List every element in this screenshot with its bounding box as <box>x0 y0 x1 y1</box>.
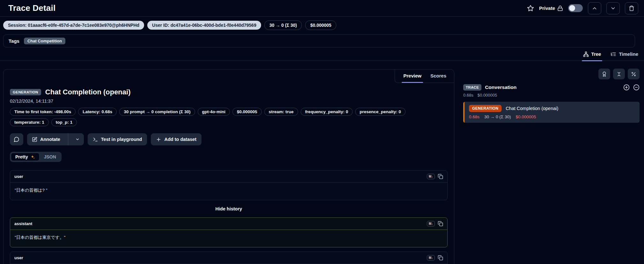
trace-cost: $0.000005 <box>478 93 497 98</box>
token-usage-badge: 30 → 0 (Σ 30) <box>264 20 302 30</box>
trash-icon <box>629 5 634 11</box>
node-metrics: 0.68s 30 → 0 (Σ 30) $0.000005 <box>469 114 636 119</box>
node-latency: 0.68s <box>469 114 479 119</box>
chevron-down-icon <box>75 137 80 142</box>
markdown-toggle-icon[interactable]: M↓ <box>427 174 435 179</box>
test-playground-label: Test in playground <box>101 137 142 142</box>
preview-body: GENERATION Chat Completion (openai) 02/1… <box>4 70 454 264</box>
markdown-toggle-icon[interactable]: M↓ <box>427 221 435 226</box>
annotate-label: Annotate <box>40 137 60 142</box>
generation-timestamp: 02/12/2024, 14:11:37 <box>10 99 448 104</box>
message-user-2: user M↓ "ありがとう" <box>10 252 448 264</box>
collapse-tree-button[interactable] <box>633 84 640 91</box>
metrics-display-button[interactable] <box>628 69 640 79</box>
lock-icon <box>557 5 563 11</box>
param-badge: Latency: 0.68s <box>78 108 117 116</box>
copy-icon[interactable] <box>438 255 443 260</box>
param-badge: frequency_penalty: 0 <box>301 108 353 116</box>
comment-icon <box>14 136 19 142</box>
node-type-badge: GENERATION <box>469 105 501 112</box>
message-assistant: assistant M↓ "日本の首都は東京です。" <box>10 217 448 247</box>
tab-timeline[interactable]: Timeline <box>611 50 638 61</box>
add-dataset-label: Add to dataset <box>164 137 196 142</box>
previous-trace-button[interactable] <box>588 2 601 14</box>
pretty-label: Pretty <box>15 154 28 159</box>
tags-section: Tags Chat Competition <box>3 34 635 48</box>
markdown-toggle-icon[interactable]: M↓ <box>427 255 435 260</box>
param-badge: 30 prompt → 0 completion (Σ 30) <box>119 108 195 116</box>
topbar: Trace Detail Private <box>0 0 644 17</box>
message-user-1: user M↓ "日本の首都は? " <box>10 170 448 200</box>
message-content: "日本の首都は? " <box>10 183 447 200</box>
format-toggle: Pretty JSON <box>10 152 62 162</box>
test-in-playground-button[interactable]: Test in playground <box>88 133 147 145</box>
tags-label: Tags <box>9 38 19 44</box>
annotate-dropdown[interactable] <box>71 133 84 145</box>
tab-scores[interactable]: Scores <box>430 73 446 78</box>
circle-plus-icon <box>623 84 630 91</box>
next-trace-button[interactable] <box>606 2 620 14</box>
toggle-knob <box>569 5 575 11</box>
trace-type-badge: TRACE <box>463 84 481 91</box>
generation-header: GENERATION Chat Completion (openai) <box>10 88 448 96</box>
circle-minus-icon <box>633 84 640 91</box>
session-badge[interactable]: Session: 01aaacf6-e0fe-457d-a7de-7c1ee08… <box>3 21 144 30</box>
node-cost: $0.000005 <box>516 114 536 119</box>
user-id-badge[interactable]: User ID: dc47a41e-06bc-400d-bde1-f0e440d… <box>147 21 261 30</box>
trace-latency: 0.68s <box>463 93 473 98</box>
content-area: Preview Scores GENERATION Chat Completio… <box>0 61 644 264</box>
comments-button[interactable] <box>10 133 23 145</box>
messages-list: user M↓ "日本の首都は? " Hide history assistan… <box>10 170 448 264</box>
delete-trace-button[interactable] <box>625 2 638 14</box>
tab-tree-label: Tree <box>591 51 601 57</box>
param-badge: top_p: 1 <box>51 118 77 126</box>
tab-timeline-label: Timeline <box>619 51 638 57</box>
bookmark-star-button[interactable] <box>527 5 534 12</box>
action-buttons: Annotate Test in playground Add to datas… <box>10 133 448 145</box>
tab-preview[interactable]: Preview <box>403 73 421 78</box>
star-icon <box>527 5 534 12</box>
param-badge: Time to first token: -498.00s <box>10 108 76 116</box>
annotate-main[interactable]: Annotate <box>27 133 65 145</box>
tab-tree[interactable]: Tree <box>583 50 601 61</box>
message-content: "日本の首都は東京です。" <box>10 230 447 247</box>
add-to-dataset-button[interactable]: Add to dataset <box>151 133 201 145</box>
public-toggle[interactable] <box>568 4 583 12</box>
privacy-status: Private <box>539 5 563 11</box>
observation-preview-card: Preview Scores GENERATION Chat Completio… <box>3 69 454 264</box>
plus-icon <box>156 137 161 142</box>
button-divider <box>68 133 68 145</box>
timeline-icon <box>611 51 616 57</box>
parameter-badges: Time to first token: -498.00s Latency: 0… <box>10 108 440 126</box>
tree-toolbar <box>463 69 640 79</box>
cost-badge: $0.000005 <box>305 20 336 30</box>
collapse-all-button[interactable] <box>613 69 625 79</box>
chevron-up-icon <box>592 5 597 11</box>
tag-chat-competition[interactable]: Chat Competition <box>24 38 65 44</box>
message-header: user M↓ <box>10 171 447 183</box>
param-badge: gpt-4o-mini <box>198 108 230 116</box>
node-tokens: 30 → 0 (Σ 30) <box>484 114 511 119</box>
annotate-button[interactable]: Annotate <box>27 133 84 145</box>
param-badge: temperature: 1 <box>10 118 49 126</box>
generation-title: Chat Completion (openai) <box>45 88 131 96</box>
chevrons-down-up-icon <box>616 71 622 77</box>
trace-root-row[interactable]: TRACE Conversation <box>463 84 640 91</box>
generation-type-badge: GENERATION <box>10 89 41 95</box>
pen-square-icon <box>32 137 37 142</box>
sparkles-icon <box>30 155 35 159</box>
scores-display-button[interactable] <box>598 69 610 79</box>
message-header: user M↓ <box>10 252 447 264</box>
expand-all-button[interactable] <box>623 84 630 91</box>
pretty-tab[interactable]: Pretty <box>11 153 40 161</box>
terminal-icon <box>93 137 98 142</box>
message-role: assistant <box>14 221 32 226</box>
json-tab[interactable]: JSON <box>40 153 61 161</box>
copy-icon[interactable] <box>438 221 443 226</box>
tree-node-generation[interactable]: GENERATION Chat Completion (openai) 0.68… <box>463 102 640 123</box>
view-tabs: Tree Timeline <box>0 50 644 61</box>
hide-history-button[interactable]: Hide history <box>10 200 448 217</box>
param-badge: stream: true <box>264 108 298 116</box>
copy-icon[interactable] <box>438 174 443 179</box>
message-role: user <box>14 255 23 260</box>
